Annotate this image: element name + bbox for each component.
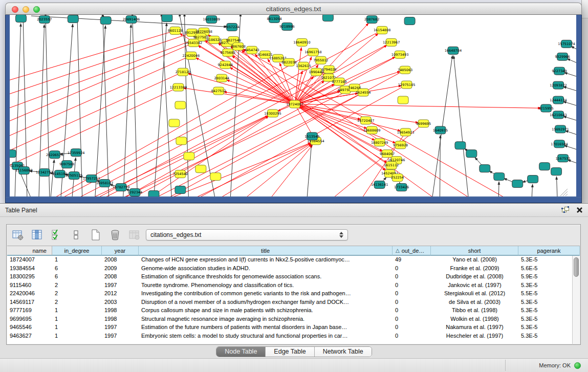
graph-edge[interactable] — [307, 141, 312, 196]
graph-node[interactable]: 1733426 — [394, 184, 409, 191]
delete-trash-icon[interactable] — [109, 229, 121, 241]
graph-node[interactable] — [176, 137, 187, 145]
graph-node[interactable] — [398, 96, 408, 104]
graph-node[interactable]: 1640935 — [433, 126, 448, 134]
column-header-short[interactable]: short — [431, 246, 518, 256]
table-row[interactable]: 946554611997Estimation of the future num… — [7, 323, 572, 332]
graph-node[interactable]: 2087682 — [364, 15, 379, 23]
graph-node[interactable]: 12505135 — [66, 172, 83, 180]
graph-node[interactable]: 12093822 — [550, 81, 567, 89]
graph-edge[interactable] — [564, 145, 576, 150]
graph-edge[interactable] — [568, 160, 576, 165]
graph-edge[interactable] — [563, 101, 576, 106]
table-settings-icon[interactable] — [12, 229, 24, 241]
table-row[interactable]: 969969511998Structural magnetic resonanc… — [7, 315, 572, 324]
graph-node[interactable]: 20691406 — [123, 15, 140, 23]
graph-node[interactable]: 12975185 — [398, 81, 416, 89]
citation-network-graph[interactable]: 1872400786011288912955182260589827503165… — [10, 15, 576, 196]
graph-edge[interactable] — [159, 85, 406, 196]
column-header-title[interactable]: title — [139, 246, 393, 256]
graph-node[interactable]: 17359924 — [68, 149, 85, 157]
graph-node[interactable]: 16648784 — [445, 47, 462, 54]
graph-edge[interactable] — [188, 73, 295, 104]
window-titlebar[interactable]: citations_edges.txt — [5, 3, 582, 15]
graph-node[interactable] — [68, 15, 78, 23]
graph-edge[interactable] — [532, 184, 532, 196]
graph-edge[interactable] — [432, 56, 453, 196]
graph-node[interactable] — [494, 173, 505, 181]
new-document-icon[interactable] — [90, 229, 102, 241]
graph-node[interactable]: 9756928 — [393, 141, 408, 149]
graph-node[interactable]: 9242848 — [218, 61, 233, 69]
graph-node[interactable]: 7485063 — [398, 66, 412, 74]
graph-node[interactable]: 6794028 — [321, 65, 336, 73]
table-row[interactable]: 1938455462009Genome-wide association stu… — [7, 265, 572, 273]
graph-node[interactable]: 16210643 — [550, 111, 567, 119]
canvas-resize-grip[interactable] — [560, 189, 568, 196]
graph-node[interactable]: 8427512 — [211, 87, 226, 95]
graph-edge[interactable] — [295, 104, 367, 129]
graph-edge[interactable] — [498, 182, 499, 196]
graph-edge[interactable] — [567, 59, 576, 64]
graph-node[interactable]: 15751074 — [558, 40, 575, 48]
graph-node[interactable] — [322, 15, 333, 21]
graph-node[interactable] — [10, 150, 16, 158]
graph-node[interactable]: 9777169 — [332, 78, 346, 85]
graph-node[interactable]: 8601128 — [168, 27, 183, 34]
graph-node[interactable] — [100, 16, 111, 24]
table-row[interactable]: 1456911722003Disruption of a novel membe… — [7, 298, 572, 307]
graph-node[interactable]: 15692971 — [552, 125, 569, 133]
graph-node[interactable]: 12213967 — [383, 38, 400, 46]
graph-node[interactable]: 1513545 — [304, 133, 319, 140]
graph-node[interactable] — [169, 119, 180, 127]
graph-edge[interactable] — [563, 116, 576, 121]
graph-node[interactable] — [455, 142, 466, 149]
graph-edge[interactable] — [161, 15, 171, 196]
graph-node[interactable]: 2023557 — [37, 15, 52, 23]
graph-edge[interactable] — [565, 131, 576, 136]
graph-node[interactable] — [148, 191, 159, 196]
graph-node[interactable] — [480, 165, 490, 172]
graph-node[interactable]: 9699695 — [416, 120, 431, 127]
graph-edge[interactable] — [113, 93, 363, 196]
graph-node[interactable]: 2718120 — [176, 68, 190, 76]
graph-node[interactable]: 7955812 — [313, 56, 328, 64]
column-header-year[interactable]: year — [102, 246, 139, 256]
tab-network-table[interactable]: Network Table — [315, 347, 372, 357]
graph-node[interactable]: 18640910 — [293, 38, 311, 46]
graph-node[interactable] — [175, 101, 186, 109]
close-panel-icon[interactable] — [576, 206, 583, 215]
network-file-dropdown[interactable]: citations_edges.txt — [146, 229, 348, 240]
graph-node[interactable]: 252254 — [391, 174, 404, 182]
graph-edge[interactable] — [556, 177, 557, 196]
memory-ok-icon[interactable] — [574, 362, 581, 369]
graph-node[interactable]: 1292344 — [127, 189, 142, 196]
graph-node[interactable] — [512, 180, 523, 188]
graph-node[interactable] — [15, 15, 26, 22]
graph-node[interactable] — [404, 17, 415, 25]
rows-compact-icon[interactable] — [70, 229, 82, 241]
graph-node[interactable]: 8215955 — [538, 104, 553, 112]
column-header-in_degree[interactable]: in_degree — [52, 246, 102, 256]
graph-node[interactable]: 8813054 — [267, 15, 281, 23]
table-row[interactable]: 977716911998Corpus callosum shape and si… — [7, 307, 572, 315]
graph-node[interactable] — [195, 165, 206, 173]
graph-node[interactable] — [539, 163, 550, 170]
graph-node[interactable]: 9218986 — [279, 23, 294, 30]
graph-node[interactable]: 16154808 — [374, 26, 391, 34]
graph-node[interactable]: 1362615 — [296, 62, 311, 70]
table-column-icon[interactable] — [31, 229, 43, 241]
graph-node[interactable]: 7857224 — [225, 23, 239, 31]
graph-node[interactable] — [466, 150, 477, 158]
tab-node-table[interactable]: Node Table — [216, 347, 266, 357]
graph-node[interactable]: 10688609 — [363, 126, 381, 134]
graph-node[interactable]: 9175685 — [221, 49, 235, 56]
graph-node[interactable] — [210, 173, 221, 181]
graph-node[interactable] — [551, 168, 562, 176]
graph-edge[interactable] — [123, 25, 132, 196]
graph-node[interactable] — [175, 186, 186, 194]
graph-edge[interactable] — [571, 46, 576, 51]
graph-edge[interactable] — [149, 116, 269, 196]
graph-node[interactable]: 16782759 — [113, 184, 130, 191]
graph-node[interactable]: 17016504 — [551, 140, 568, 148]
